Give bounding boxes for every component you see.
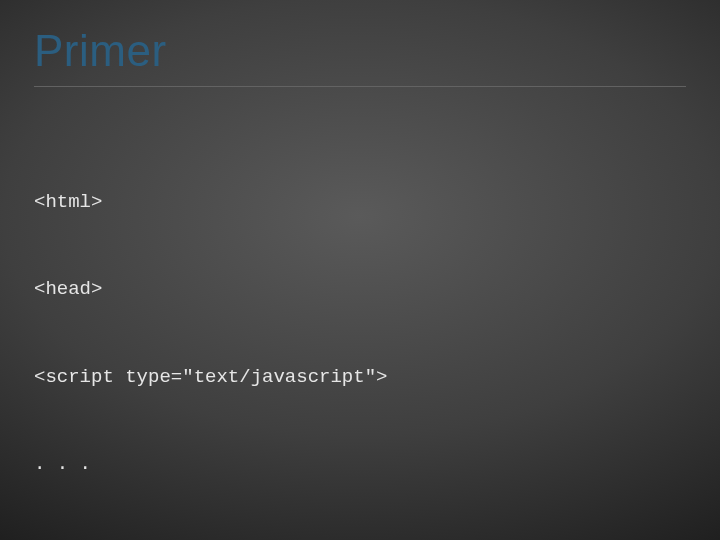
- code-block: <html> <head> <script type="text/javascr…: [34, 130, 387, 540]
- code-line: <html>: [34, 188, 387, 217]
- code-line: <head>: [34, 275, 387, 304]
- code-line: <script type="text/javascript">: [34, 363, 387, 392]
- code-line: . . .: [34, 450, 387, 479]
- slide-title: Primer: [34, 26, 167, 82]
- title-underline: [34, 86, 686, 87]
